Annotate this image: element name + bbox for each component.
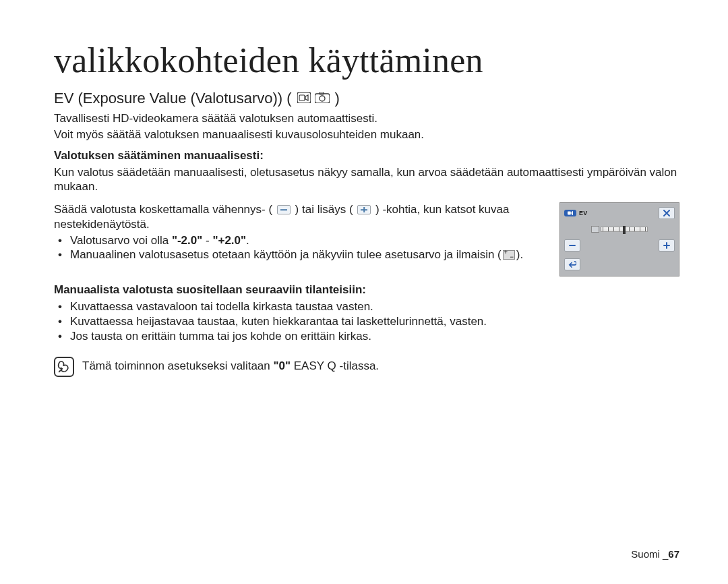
section-heading-text: EV (Exposure Value (Valotusarvo)) ( — [54, 90, 292, 107]
note-text: Tämä toiminnon asetukseksi valitaan "0" … — [82, 357, 379, 373]
subheading-recommended: Manuaalista valotusta suositellaan seura… — [54, 283, 679, 297]
svg-point-4 — [320, 96, 325, 101]
page-footer: Suomi _67 — [631, 548, 679, 560]
lcd-minus-button[interactable] — [564, 239, 580, 252]
bullet-indicator: Manuaalinen valotusasetus otetaan käyttö… — [54, 247, 546, 262]
situation-2: Kuvattaessa heijastavaa taustaa, kuten h… — [54, 314, 679, 329]
intro-line-1: Tavallisesti HD-videokamera säätää valot… — [54, 111, 679, 126]
lcd-mode-pill — [564, 210, 576, 216]
situation-1: Kuvattaessa vastavaloon tai todella kirk… — [54, 299, 679, 314]
lcd-ev-slider-row — [564, 226, 675, 233]
minus-icon — [277, 205, 291, 214]
plus-icon — [357, 205, 371, 214]
bullet-range: Valotusarvo voi olla "-2.0" - "+2.0". — [54, 233, 546, 248]
note-icon — [54, 357, 74, 377]
lcd-plus-button[interactable] — [659, 239, 675, 252]
situation-3: Jos tausta on erittäin tumma tai jos koh… — [54, 329, 679, 344]
footer-lang: Suomi _ — [631, 548, 668, 560]
lcd-return-button[interactable] — [564, 258, 580, 270]
section-heading-close: ) — [335, 90, 340, 107]
adjust-instruction: Säädä valotusta koskettamalla vähennys- … — [54, 202, 546, 232]
lcd-close-button[interactable] — [659, 207, 675, 219]
subheading-manual: Valotuksen säätäminen manuaalisesti: — [54, 149, 679, 163]
camera-lcd-preview: EV — [559, 202, 679, 276]
manual-desc: Kun valotus säädetään manuaalisesti, ole… — [54, 165, 679, 195]
lcd-ev-slider[interactable] — [601, 227, 648, 232]
video-mode-icon — [297, 90, 311, 107]
page-title: valikkokohteiden käyttäminen — [54, 40, 679, 80]
ev-indicator-icon — [503, 250, 515, 260]
intro-line-2: Voit myös säätää valotuksen manuaalisest… — [54, 127, 679, 142]
svg-rect-5 — [568, 212, 571, 215]
photo-mode-icon — [315, 90, 330, 107]
svg-rect-1 — [299, 95, 305, 100]
svg-rect-2 — [315, 94, 330, 103]
section-heading: EV (Exposure Value (Valotusarvo)) ( ) — [54, 90, 679, 107]
lcd-ev-label: EV — [579, 210, 588, 216]
mode-icons — [297, 90, 330, 107]
footer-page-number: 67 — [668, 548, 679, 560]
lcd-ev-value-icon — [591, 226, 599, 233]
